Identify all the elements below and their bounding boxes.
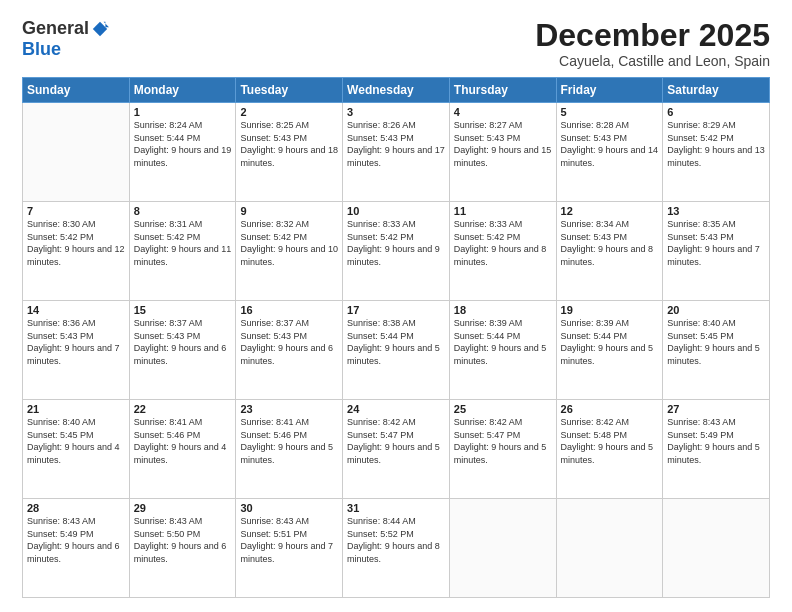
day-info: Sunrise: 8:42 AM Sunset: 5:47 PM Dayligh… bbox=[347, 416, 445, 466]
calendar-week-row: 14Sunrise: 8:36 AM Sunset: 5:43 PM Dayli… bbox=[23, 301, 770, 400]
day-info: Sunrise: 8:42 AM Sunset: 5:47 PM Dayligh… bbox=[454, 416, 552, 466]
calendar-cell: 29Sunrise: 8:43 AM Sunset: 5:50 PM Dayli… bbox=[129, 499, 236, 598]
day-number: 20 bbox=[667, 304, 765, 316]
calendar-cell: 25Sunrise: 8:42 AM Sunset: 5:47 PM Dayli… bbox=[449, 400, 556, 499]
calendar-cell: 17Sunrise: 8:38 AM Sunset: 5:44 PM Dayli… bbox=[343, 301, 450, 400]
day-info: Sunrise: 8:36 AM Sunset: 5:43 PM Dayligh… bbox=[27, 317, 125, 367]
day-number: 18 bbox=[454, 304, 552, 316]
calendar-cell: 31Sunrise: 8:44 AM Sunset: 5:52 PM Dayli… bbox=[343, 499, 450, 598]
day-number: 30 bbox=[240, 502, 338, 514]
day-info: Sunrise: 8:27 AM Sunset: 5:43 PM Dayligh… bbox=[454, 119, 552, 169]
day-info: Sunrise: 8:26 AM Sunset: 5:43 PM Dayligh… bbox=[347, 119, 445, 169]
calendar-cell: 12Sunrise: 8:34 AM Sunset: 5:43 PM Dayli… bbox=[556, 202, 663, 301]
header-sunday: Sunday bbox=[23, 78, 130, 103]
day-number: 4 bbox=[454, 106, 552, 118]
calendar-cell: 18Sunrise: 8:39 AM Sunset: 5:44 PM Dayli… bbox=[449, 301, 556, 400]
logo-blue-text: Blue bbox=[22, 39, 61, 60]
calendar-week-row: 7Sunrise: 8:30 AM Sunset: 5:42 PM Daylig… bbox=[23, 202, 770, 301]
day-number: 26 bbox=[561, 403, 659, 415]
day-info: Sunrise: 8:43 AM Sunset: 5:49 PM Dayligh… bbox=[667, 416, 765, 466]
day-number: 28 bbox=[27, 502, 125, 514]
header-monday: Monday bbox=[129, 78, 236, 103]
calendar-cell: 3Sunrise: 8:26 AM Sunset: 5:43 PM Daylig… bbox=[343, 103, 450, 202]
day-number: 25 bbox=[454, 403, 552, 415]
day-info: Sunrise: 8:44 AM Sunset: 5:52 PM Dayligh… bbox=[347, 515, 445, 565]
day-number: 21 bbox=[27, 403, 125, 415]
day-info: Sunrise: 8:37 AM Sunset: 5:43 PM Dayligh… bbox=[134, 317, 232, 367]
day-info: Sunrise: 8:33 AM Sunset: 5:42 PM Dayligh… bbox=[454, 218, 552, 268]
calendar-cell: 24Sunrise: 8:42 AM Sunset: 5:47 PM Dayli… bbox=[343, 400, 450, 499]
calendar-cell: 13Sunrise: 8:35 AM Sunset: 5:43 PM Dayli… bbox=[663, 202, 770, 301]
calendar-cell: 28Sunrise: 8:43 AM Sunset: 5:49 PM Dayli… bbox=[23, 499, 130, 598]
day-info: Sunrise: 8:30 AM Sunset: 5:42 PM Dayligh… bbox=[27, 218, 125, 268]
calendar-cell: 22Sunrise: 8:41 AM Sunset: 5:46 PM Dayli… bbox=[129, 400, 236, 499]
day-info: Sunrise: 8:33 AM Sunset: 5:42 PM Dayligh… bbox=[347, 218, 445, 268]
calendar-cell: 27Sunrise: 8:43 AM Sunset: 5:49 PM Dayli… bbox=[663, 400, 770, 499]
day-info: Sunrise: 8:42 AM Sunset: 5:48 PM Dayligh… bbox=[561, 416, 659, 466]
calendar-cell: 11Sunrise: 8:33 AM Sunset: 5:42 PM Dayli… bbox=[449, 202, 556, 301]
day-number: 14 bbox=[27, 304, 125, 316]
calendar-cell bbox=[449, 499, 556, 598]
day-number: 3 bbox=[347, 106, 445, 118]
calendar-cell: 7Sunrise: 8:30 AM Sunset: 5:42 PM Daylig… bbox=[23, 202, 130, 301]
page: General Blue December 2025 Cayuela, Cast… bbox=[0, 0, 792, 612]
calendar-cell: 2Sunrise: 8:25 AM Sunset: 5:43 PM Daylig… bbox=[236, 103, 343, 202]
day-info: Sunrise: 8:35 AM Sunset: 5:43 PM Dayligh… bbox=[667, 218, 765, 268]
calendar-cell: 4Sunrise: 8:27 AM Sunset: 5:43 PM Daylig… bbox=[449, 103, 556, 202]
day-info: Sunrise: 8:40 AM Sunset: 5:45 PM Dayligh… bbox=[27, 416, 125, 466]
header: General Blue December 2025 Cayuela, Cast… bbox=[22, 18, 770, 69]
calendar-cell bbox=[23, 103, 130, 202]
day-info: Sunrise: 8:38 AM Sunset: 5:44 PM Dayligh… bbox=[347, 317, 445, 367]
calendar-cell: 9Sunrise: 8:32 AM Sunset: 5:42 PM Daylig… bbox=[236, 202, 343, 301]
day-info: Sunrise: 8:40 AM Sunset: 5:45 PM Dayligh… bbox=[667, 317, 765, 367]
day-number: 5 bbox=[561, 106, 659, 118]
day-info: Sunrise: 8:39 AM Sunset: 5:44 PM Dayligh… bbox=[561, 317, 659, 367]
header-wednesday: Wednesday bbox=[343, 78, 450, 103]
day-number: 17 bbox=[347, 304, 445, 316]
header-friday: Friday bbox=[556, 78, 663, 103]
calendar-cell: 1Sunrise: 8:24 AM Sunset: 5:44 PM Daylig… bbox=[129, 103, 236, 202]
day-number: 2 bbox=[240, 106, 338, 118]
calendar-week-row: 21Sunrise: 8:40 AM Sunset: 5:45 PM Dayli… bbox=[23, 400, 770, 499]
day-info: Sunrise: 8:39 AM Sunset: 5:44 PM Dayligh… bbox=[454, 317, 552, 367]
day-number: 16 bbox=[240, 304, 338, 316]
calendar-cell: 16Sunrise: 8:37 AM Sunset: 5:43 PM Dayli… bbox=[236, 301, 343, 400]
calendar-cell: 23Sunrise: 8:41 AM Sunset: 5:46 PM Dayli… bbox=[236, 400, 343, 499]
month-title: December 2025 bbox=[535, 18, 770, 53]
day-info: Sunrise: 8:41 AM Sunset: 5:46 PM Dayligh… bbox=[240, 416, 338, 466]
logo-general-text: General bbox=[22, 18, 89, 39]
header-saturday: Saturday bbox=[663, 78, 770, 103]
calendar-cell: 15Sunrise: 8:37 AM Sunset: 5:43 PM Dayli… bbox=[129, 301, 236, 400]
location: Cayuela, Castille and Leon, Spain bbox=[535, 53, 770, 69]
day-number: 1 bbox=[134, 106, 232, 118]
calendar-table: Sunday Monday Tuesday Wednesday Thursday… bbox=[22, 77, 770, 598]
calendar-cell bbox=[663, 499, 770, 598]
header-tuesday: Tuesday bbox=[236, 78, 343, 103]
weekday-header-row: Sunday Monday Tuesday Wednesday Thursday… bbox=[23, 78, 770, 103]
day-info: Sunrise: 8:24 AM Sunset: 5:44 PM Dayligh… bbox=[134, 119, 232, 169]
day-info: Sunrise: 8:25 AM Sunset: 5:43 PM Dayligh… bbox=[240, 119, 338, 169]
day-number: 24 bbox=[347, 403, 445, 415]
calendar-cell: 10Sunrise: 8:33 AM Sunset: 5:42 PM Dayli… bbox=[343, 202, 450, 301]
day-number: 27 bbox=[667, 403, 765, 415]
day-info: Sunrise: 8:37 AM Sunset: 5:43 PM Dayligh… bbox=[240, 317, 338, 367]
day-info: Sunrise: 8:43 AM Sunset: 5:51 PM Dayligh… bbox=[240, 515, 338, 565]
calendar-cell: 20Sunrise: 8:40 AM Sunset: 5:45 PM Dayli… bbox=[663, 301, 770, 400]
day-number: 19 bbox=[561, 304, 659, 316]
logo: General Blue bbox=[22, 18, 109, 60]
calendar-cell: 30Sunrise: 8:43 AM Sunset: 5:51 PM Dayli… bbox=[236, 499, 343, 598]
logo-icon bbox=[91, 20, 109, 38]
calendar-cell: 14Sunrise: 8:36 AM Sunset: 5:43 PM Dayli… bbox=[23, 301, 130, 400]
header-thursday: Thursday bbox=[449, 78, 556, 103]
day-number: 10 bbox=[347, 205, 445, 217]
calendar-week-row: 28Sunrise: 8:43 AM Sunset: 5:49 PM Dayli… bbox=[23, 499, 770, 598]
calendar-cell: 19Sunrise: 8:39 AM Sunset: 5:44 PM Dayli… bbox=[556, 301, 663, 400]
calendar-cell: 26Sunrise: 8:42 AM Sunset: 5:48 PM Dayli… bbox=[556, 400, 663, 499]
day-info: Sunrise: 8:32 AM Sunset: 5:42 PM Dayligh… bbox=[240, 218, 338, 268]
calendar-cell: 8Sunrise: 8:31 AM Sunset: 5:42 PM Daylig… bbox=[129, 202, 236, 301]
day-info: Sunrise: 8:41 AM Sunset: 5:46 PM Dayligh… bbox=[134, 416, 232, 466]
day-info: Sunrise: 8:43 AM Sunset: 5:50 PM Dayligh… bbox=[134, 515, 232, 565]
day-number: 12 bbox=[561, 205, 659, 217]
day-number: 23 bbox=[240, 403, 338, 415]
day-number: 22 bbox=[134, 403, 232, 415]
